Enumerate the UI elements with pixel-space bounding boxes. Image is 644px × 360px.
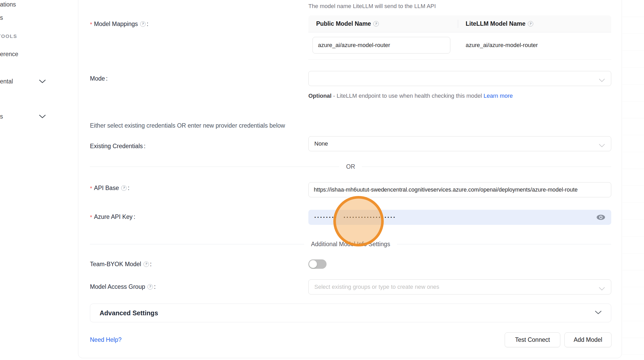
advanced-settings-panel[interactable]: Advanced Settings	[90, 304, 611, 322]
learn-more-link[interactable]: Learn more	[484, 93, 513, 99]
required-asterisk: *	[90, 213, 92, 221]
required-asterisk: *	[90, 185, 92, 192]
model-access-group-label: Model Access Group ? :	[90, 283, 156, 291]
chevron-down-icon[interactable]	[39, 114, 46, 120]
advanced-settings-title: Advanced Settings	[100, 309, 158, 317]
sidebar-item-truncated-3[interactable]: erence	[0, 50, 18, 58]
masked-api-key: •••••••• ••••••••••••••••••	[314, 215, 396, 219]
help-icon[interactable]: ?	[373, 21, 379, 27]
model-mappings-table: Public Model Name ? LiteLLM Model Name ?…	[308, 15, 611, 60]
chevron-down-icon	[599, 77, 605, 84]
help-icon[interactable]: ?	[121, 185, 127, 191]
sidebar-item-truncated-5[interactable]: s	[0, 113, 3, 120]
help-icon[interactable]: ?	[140, 21, 146, 27]
azure-api-key-label: * Azure API Key :	[90, 213, 135, 221]
sidebar-section-tools: TOOLS	[0, 33, 17, 40]
api-base-label: * API Base ? :	[90, 184, 129, 192]
chevron-down-icon	[599, 285, 605, 292]
existing-credentials-value: None	[314, 140, 328, 147]
required-asterisk: *	[90, 21, 92, 28]
existing-credentials-select[interactable]: None	[308, 136, 611, 151]
help-icon[interactable]: ?	[147, 284, 153, 290]
existing-credentials-label: Existing Credentials :	[90, 142, 146, 150]
mode-select[interactable]	[308, 71, 611, 86]
team-byok-toggle[interactable]	[308, 259, 327, 269]
add-model-button[interactable]: Add Model	[564, 332, 612, 347]
mode-help-text: Optional - LiteLLM endpoint to use when …	[308, 91, 522, 101]
model-name-hint: The model name LiteLLM will send to the …	[308, 2, 436, 10]
credentials-note: Either select existing credentials OR en…	[90, 122, 285, 129]
add-model-form-card: The model name LiteLLM will send to the …	[78, 0, 622, 358]
chevron-down-icon[interactable]	[39, 79, 46, 84]
chevron-down-icon	[595, 310, 602, 316]
need-help-link[interactable]: Need Help?	[90, 336, 121, 343]
eye-icon[interactable]	[596, 214, 606, 221]
litellm-model-name-value: azure_ai/azure-model-router	[458, 37, 611, 54]
background-table-edge	[622, 0, 644, 360]
table-header-row: Public Model Name ? LiteLLM Model Name ?	[308, 15, 611, 32]
column-public-model-name: Public Model Name	[316, 20, 371, 27]
optional-prefix: Optional	[308, 93, 331, 99]
additional-settings-divider: Additional Model Info Settings	[90, 240, 611, 248]
help-icon[interactable]: ?	[528, 21, 533, 27]
mode-label: Mode :	[90, 75, 108, 82]
column-litellm-model-name: LiteLLM Model Name	[466, 20, 525, 27]
test-connect-button[interactable]: Test Connect	[505, 332, 560, 347]
or-divider: OR	[90, 163, 611, 171]
model-access-group-select[interactable]: Select existing groups or type to create…	[308, 279, 611, 294]
api-base-input[interactable]	[308, 182, 611, 197]
public-model-name-input[interactable]	[313, 37, 450, 54]
help-icon[interactable]: ?	[144, 261, 149, 267]
sidebar-item-truncated-1[interactable]: ations	[0, 1, 16, 8]
chevron-down-icon	[599, 142, 605, 149]
sidebar-item-truncated-2[interactable]: s	[0, 14, 3, 22]
model-access-group-placeholder: Select existing groups or type to create…	[314, 284, 439, 290]
azure-api-key-input[interactable]: •••••••• ••••••••••••••••••	[308, 210, 611, 225]
sidebar-item-truncated-4[interactable]: ental	[0, 77, 13, 85]
model-mappings-label: * Model Mappings ? :	[90, 20, 148, 28]
team-byok-label: Team-BYOK Model ? :	[90, 260, 152, 268]
table-row: azure_ai/azure-model-router	[308, 32, 611, 60]
